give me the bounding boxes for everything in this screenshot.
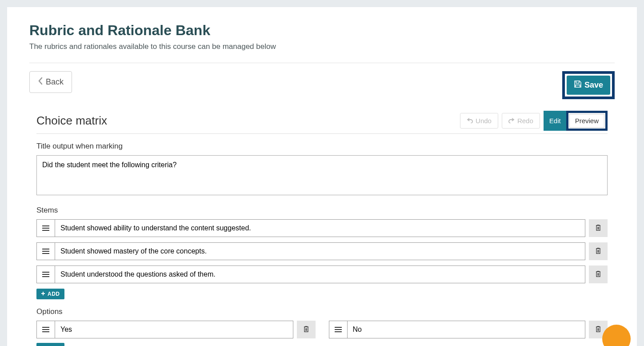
- add-stem-button[interactable]: ADD: [36, 289, 64, 299]
- add-option-button[interactable]: ADD: [36, 343, 64, 346]
- trash-icon: [595, 247, 601, 256]
- stem-row: [36, 219, 608, 237]
- stems-label: Stems: [36, 206, 608, 215]
- back-button[interactable]: Back: [29, 71, 72, 93]
- undo-icon: [467, 117, 473, 125]
- redo-button[interactable]: Redo: [502, 113, 540, 129]
- editor-panel: Choice matrix Undo Redo Edit: [29, 111, 615, 346]
- trash-icon: [303, 326, 309, 334]
- trash-icon: [595, 224, 601, 233]
- add-stem-label: ADD: [48, 291, 60, 297]
- save-highlight: Save: [562, 71, 615, 99]
- stem-input[interactable]: [55, 266, 585, 283]
- drag-handle-icon[interactable]: [329, 321, 348, 338]
- editor-actions: Undo Redo Edit Preview: [460, 111, 608, 131]
- section-title: Choice matrix: [36, 114, 107, 128]
- trash-icon: [595, 270, 601, 279]
- undo-label: Undo: [476, 117, 492, 125]
- option-input[interactable]: [55, 321, 293, 338]
- back-label: Back: [46, 77, 64, 87]
- delete-option-button[interactable]: [297, 321, 316, 338]
- preview-highlight: Preview: [566, 111, 608, 131]
- divider: [29, 63, 615, 63]
- stem-input[interactable]: [55, 219, 585, 237]
- save-button[interactable]: Save: [567, 76, 610, 95]
- stem-row: [36, 266, 608, 283]
- page-card: Rubric and Rationale Bank The rubrics an…: [7, 7, 637, 346]
- tab-preview[interactable]: Preview: [569, 114, 604, 128]
- trash-icon: [595, 326, 601, 334]
- page-title: Rubric and Rationale Bank: [29, 22, 615, 39]
- editor-header: Choice matrix Undo Redo Edit: [36, 111, 608, 131]
- plus-icon: [41, 291, 45, 297]
- title-output-input[interactable]: [36, 155, 608, 195]
- redo-label: Redo: [517, 117, 533, 125]
- delete-stem-button[interactable]: [589, 242, 608, 260]
- save-label: Save: [584, 80, 603, 90]
- stems-list: [36, 219, 608, 283]
- options-label: Options: [36, 307, 608, 316]
- drag-handle-icon[interactable]: [36, 321, 55, 338]
- options-row: [36, 321, 608, 338]
- title-output-label: Title output when marking: [36, 142, 608, 151]
- undo-button[interactable]: Undo: [460, 113, 498, 129]
- stem-row: [36, 242, 608, 260]
- view-tabs: Edit Preview: [544, 111, 608, 131]
- option-item: [36, 321, 316, 338]
- editor-divider: [36, 133, 608, 134]
- tab-edit[interactable]: Edit: [544, 111, 567, 131]
- option-input[interactable]: [348, 321, 586, 338]
- save-icon: [574, 80, 582, 90]
- drag-handle-icon[interactable]: [36, 266, 55, 283]
- page-subtitle: The rubrics and rationales available to …: [29, 42, 615, 51]
- toolbar: Back Save: [29, 71, 615, 99]
- redo-icon: [508, 117, 515, 125]
- drag-handle-icon[interactable]: [36, 242, 55, 260]
- chevron-left-icon: [38, 77, 43, 87]
- stem-input[interactable]: [55, 242, 585, 260]
- delete-stem-button[interactable]: [589, 219, 608, 237]
- drag-handle-icon[interactable]: [36, 219, 55, 237]
- delete-stem-button[interactable]: [589, 266, 608, 283]
- option-item: [329, 321, 608, 338]
